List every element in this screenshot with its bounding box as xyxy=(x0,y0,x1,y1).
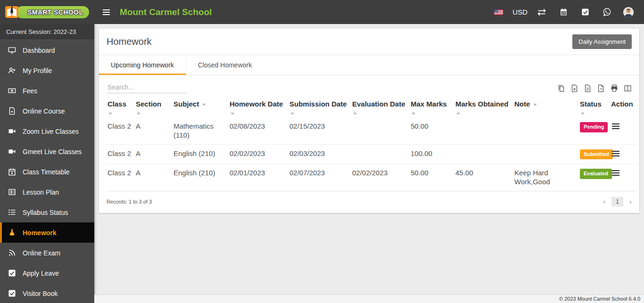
column-visibility-icon[interactable] xyxy=(624,84,632,92)
column-header-evaluation-date[interactable]: Evaluation Date xyxy=(351,95,410,117)
sort-caret-icon xyxy=(137,113,140,115)
sidebar-item-label: Homework xyxy=(23,229,57,237)
sort-caret-icon xyxy=(202,104,206,106)
column-header-max-marks[interactable]: Max Marks xyxy=(410,95,454,117)
column-header-submission-date[interactable]: Submission Date xyxy=(289,95,351,117)
footer-copyright: © 2023 Mount Carmel School 6.4.0 xyxy=(94,295,644,303)
row-action-menu-icon[interactable] xyxy=(611,149,620,158)
sort-caret-icon xyxy=(581,113,585,115)
sidebar-item-label: Apply Leave xyxy=(23,270,59,277)
us-flag-icon[interactable] xyxy=(487,9,509,15)
table-row: Class 2 A English (210) 02/01/2023 02/07… xyxy=(107,164,636,191)
sidebar-item-label: Lesson Plan xyxy=(23,188,59,196)
tab-upcoming-homework[interactable]: Upcoming Homework xyxy=(99,55,186,75)
table-header-row: Class Section Subject Homework Date Subm… xyxy=(107,95,636,117)
row-action-menu-icon[interactable] xyxy=(611,122,620,131)
tab-bar: Upcoming Homework Closed Homework xyxy=(99,55,639,75)
sidebar-item-label: Class Timetable xyxy=(23,168,70,176)
sort-caret-icon xyxy=(456,113,460,115)
sort-caret-icon xyxy=(290,113,294,115)
current-session-label: Current Session: 2022-23 xyxy=(0,24,94,40)
row-action-menu-icon[interactable] xyxy=(611,169,620,177)
navbar-actions: USD xyxy=(487,7,644,17)
sidebar-item-class-timetable[interactable]: Class Timetable xyxy=(0,162,94,182)
brand-logo[interactable]: SMART SCHOOL xyxy=(0,0,94,24)
task-check-icon[interactable] xyxy=(574,8,596,16)
sidebar-item-label: Online Course xyxy=(23,107,65,115)
video-camera-icon xyxy=(8,127,16,135)
sidebar-item-visitor-book[interactable]: Visitor Book xyxy=(0,283,94,303)
sort-caret-icon xyxy=(108,113,112,115)
sort-caret-icon xyxy=(353,113,357,115)
status-badge: Pending xyxy=(580,122,608,132)
excel-export-icon[interactable] xyxy=(570,84,578,92)
calendar-plus-icon xyxy=(8,168,16,176)
main-content: Homework Daily Assignment Upcoming Homew… xyxy=(94,24,644,295)
flask-icon xyxy=(8,229,16,237)
top-navbar: SMART SCHOOL Mount Carmel School USD xyxy=(0,0,644,24)
avatar[interactable] xyxy=(618,7,639,17)
currency-selector[interactable]: USD xyxy=(509,8,531,16)
check-square-icon xyxy=(8,289,16,297)
column-header-class[interactable]: Class xyxy=(107,95,135,117)
sidebar-item-apply-leave[interactable]: Apply Leave xyxy=(0,263,94,283)
user-plus-icon xyxy=(8,66,16,74)
pdf-export-icon[interactable] xyxy=(597,84,605,92)
brand-name: SMART SCHOOL xyxy=(16,6,89,18)
pagination: ‹ 1 › xyxy=(603,197,632,206)
page-title: Homework xyxy=(107,36,152,47)
sidebar-item-online-exam[interactable]: Online Exam xyxy=(0,243,94,263)
sidebar-item-label: Gmeet Live Classes xyxy=(23,148,82,156)
column-header-note[interactable]: Note xyxy=(513,95,579,117)
video-camera-icon xyxy=(8,147,16,156)
daily-assignment-button[interactable]: Daily Assignment xyxy=(572,34,632,49)
status-badge: Evaluated xyxy=(580,169,612,179)
book-logo-icon xyxy=(5,5,19,19)
calendar-icon[interactable] xyxy=(553,8,574,16)
sidebar-item-zoom-live-classes[interactable]: Zoom Live Classes xyxy=(0,121,94,141)
column-header-action: Action xyxy=(610,95,636,117)
sidebar-item-label: Syllabus Status xyxy=(23,209,68,216)
sidebar-item-lesson-plan[interactable]: Lesson Plan xyxy=(0,182,94,202)
sidebar-item-homework[interactable]: Homework xyxy=(0,222,94,243)
table-row: Class 2 A Mathematics (110) 02/08/2023 0… xyxy=(107,117,636,144)
money-icon xyxy=(8,87,16,95)
whatsapp-icon[interactable] xyxy=(596,8,618,16)
export-toolbar xyxy=(557,84,632,93)
sidebar-item-syllabus-status[interactable]: Syllabus Status xyxy=(0,202,94,222)
check-square-icon xyxy=(8,269,16,277)
sidebar-item-my-profile[interactable]: My Profile xyxy=(0,60,94,81)
sidebar-item-label: Dashboard xyxy=(23,47,55,54)
column-header-status[interactable]: Status xyxy=(579,95,610,117)
pagination-prev-icon[interactable]: ‹ xyxy=(603,198,605,205)
pagination-current-page[interactable]: 1 xyxy=(611,197,623,206)
sidebar-item-label: Visitor Book xyxy=(23,290,58,297)
list-icon xyxy=(8,208,16,216)
table-row: Class 2 A English (210) 02/02/2023 02/03… xyxy=(107,144,636,164)
print-icon[interactable] xyxy=(610,84,619,92)
csv-export-icon[interactable] xyxy=(584,84,592,92)
lesson-plan-icon xyxy=(8,188,16,196)
swap-arrows-icon[interactable] xyxy=(531,8,553,16)
column-header-homework-date[interactable]: Homework Date xyxy=(229,95,289,117)
pagination-next-icon[interactable]: › xyxy=(629,198,632,205)
homework-card: Homework Daily Assignment Upcoming Homew… xyxy=(99,29,639,213)
sidebar: Current Session: 2022-23 Dashboard My Pr… xyxy=(0,24,94,303)
sidebar-item-online-course[interactable]: Online Course xyxy=(0,101,94,121)
sidebar-item-fees[interactable]: Fees xyxy=(0,81,94,101)
column-header-subject[interactable]: Subject xyxy=(173,95,229,117)
sort-caret-icon xyxy=(231,113,234,115)
tab-closed-homework[interactable]: Closed Homework xyxy=(186,55,264,75)
column-header-marks-obtained[interactable]: Marks Obtained xyxy=(454,95,513,117)
records-summary: Records: 1 to 3 of 3 xyxy=(107,199,152,205)
monitor-icon xyxy=(8,46,16,54)
column-header-section[interactable]: Section xyxy=(135,95,173,117)
sidebar-item-gmeet-live-classes[interactable]: Gmeet Live Classes xyxy=(0,141,94,162)
sidebar-item-dashboard[interactable]: Dashboard xyxy=(0,40,94,60)
search-input[interactable] xyxy=(107,82,187,93)
rss-icon xyxy=(8,249,16,257)
hamburger-menu-icon[interactable] xyxy=(101,8,112,17)
copy-icon[interactable] xyxy=(557,84,565,92)
sort-caret-icon xyxy=(533,104,537,106)
file-video-icon xyxy=(8,107,16,115)
